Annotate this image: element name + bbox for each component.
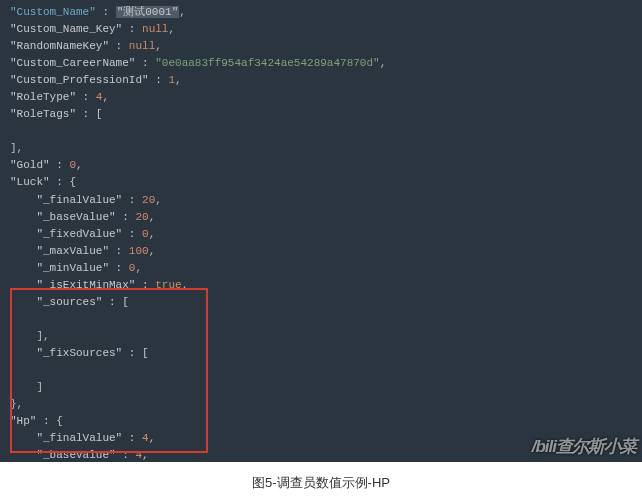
code-line: "Custom_Name_Key" : null, (10, 21, 642, 38)
code-line: "_finalValue" : 4, (10, 430, 642, 447)
code-line: "Gold" : 0, (10, 157, 642, 174)
code-line: "_fixSources" : [ (10, 345, 642, 362)
code-line: "Hp" : { (10, 413, 642, 430)
code-line: ], (10, 140, 642, 157)
code-line: "_fixedValue" : 0, (10, 226, 642, 243)
code-line (10, 123, 642, 140)
code-line (10, 362, 642, 379)
code-line: "RandomNameKey" : null, (10, 38, 642, 55)
code-line: "_maxValue" : 100, (10, 243, 642, 260)
code-line: "Custom_CareerName" : "0e0aa83ff954af342… (10, 55, 642, 72)
code-line: "Custom_ProfessionId" : 1, (10, 72, 642, 89)
code-line: "_sources" : [ (10, 294, 642, 311)
code-line: "RoleTags" : [ (10, 106, 642, 123)
code-line: "_finalValue" : 20, (10, 192, 642, 209)
figure-caption: 图5-调查员数值示例-HP (0, 462, 642, 500)
code-line: "_baseValue" : 4, (10, 447, 642, 462)
code-line (10, 311, 642, 328)
code-line: ], (10, 328, 642, 345)
code-line: "Custom_Name" : "测试0001", (10, 4, 642, 21)
code-line: }, (10, 396, 642, 413)
code-line: "Luck" : { (10, 174, 642, 191)
code-line: "_minValue" : 0, (10, 260, 642, 277)
code-line: "RoleType" : 4, (10, 89, 642, 106)
code-viewer: "Custom_Name" : "测试0001", "Custom_Name_K… (0, 0, 642, 462)
code-line: ] (10, 379, 642, 396)
code-line: "_baseValue" : 20, (10, 209, 642, 226)
code-line: "_isExitMinMax" : true, (10, 277, 642, 294)
